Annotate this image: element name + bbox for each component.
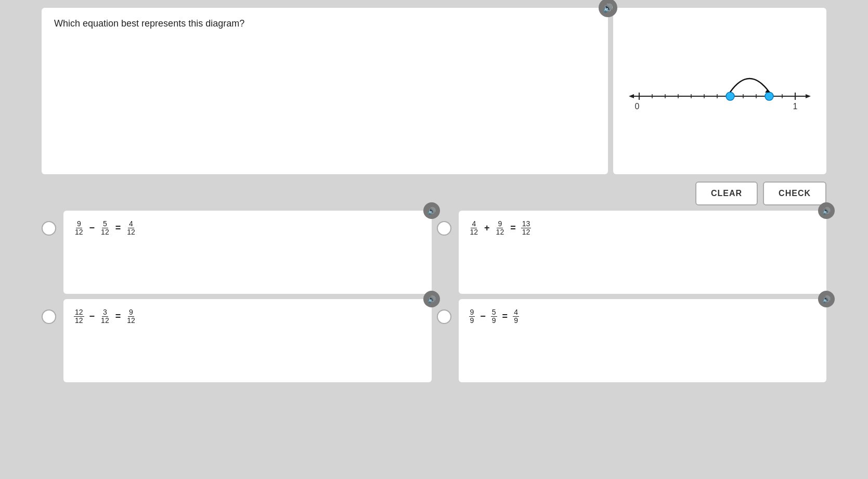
audio-icon-B: 🔊 [822, 207, 831, 215]
choice-item-C: 🔊 12 12 − 3 12 = 9 12 [42, 299, 432, 382]
arc-path [730, 79, 769, 92]
choice-C-audio-button[interactable]: 🔊 [423, 291, 440, 307]
number-line-container: 0 1 [621, 34, 819, 148]
choice-card-A[interactable]: 🔊 9 12 − 5 12 = 4 12 [63, 211, 432, 294]
choice-A-equation: 9 12 − 5 12 = 4 12 [74, 220, 136, 237]
choice-radio-C[interactable] [42, 309, 56, 324]
choice-C-equation: 12 12 − 3 12 = 9 12 [74, 308, 136, 325]
clear-button[interactable]: CLEAR [695, 182, 758, 205]
choices-grid: 🔊 9 12 − 5 12 = 4 12 [42, 211, 826, 382]
check-button[interactable]: CHECK [763, 182, 826, 205]
svg-marker-2 [629, 94, 634, 98]
choice-B-equation: 4 12 + 9 12 = 13 12 [469, 220, 532, 237]
frac-4-12-A: 4 12 [126, 220, 136, 237]
choice-item-B: 🔊 4 12 + 9 12 = 13 12 [437, 211, 827, 294]
audio-icon: 🔊 [603, 3, 613, 13]
choice-card-D[interactable]: 🔊 9 9 − 5 9 = 4 9 [459, 299, 827, 382]
action-row: CLEAR CHECK [42, 182, 826, 205]
audio-icon-A: 🔊 [427, 207, 436, 215]
choice-item-D: 🔊 9 9 − 5 9 = 4 9 [437, 299, 827, 382]
choice-A-audio-button[interactable]: 🔊 [423, 202, 440, 219]
choice-card-B[interactable]: 🔊 4 12 + 9 12 = 13 12 [459, 211, 827, 294]
frac-4-9-D: 4 9 [513, 308, 519, 325]
frac-3-12-C: 3 12 [100, 308, 110, 325]
question-text: Which equation best represents this diag… [54, 18, 595, 29]
frac-5-12-A: 5 12 [100, 220, 110, 237]
choice-D-audio-button[interactable]: 🔊 [818, 291, 835, 307]
svg-marker-1 [806, 94, 811, 98]
frac-13-12-B: 13 12 [521, 220, 532, 237]
frac-9-9-D: 9 9 [469, 308, 475, 325]
one-label: 1 [793, 102, 798, 111]
audio-icon-D: 🔊 [822, 295, 831, 303]
choice-radio-D[interactable] [437, 309, 451, 324]
frac-4-12-B: 4 12 [469, 220, 480, 237]
dot-start [726, 92, 734, 100]
choice-radio-A[interactable] [42, 221, 56, 236]
choice-B-audio-button[interactable]: 🔊 [818, 202, 835, 219]
frac-5-9-D: 5 9 [491, 308, 497, 325]
question-panel: 🔊 Which equation best represents this di… [42, 8, 608, 174]
frac-9-12-C: 9 12 [126, 308, 136, 325]
choice-D-equation: 9 9 − 5 9 = 4 9 [469, 308, 519, 325]
choice-card-C[interactable]: 🔊 12 12 − 3 12 = 9 12 [63, 299, 432, 382]
diagram-panel: 0 1 [613, 8, 826, 174]
frac-9-12-A: 9 12 [74, 220, 84, 237]
frac-12-12-C: 12 12 [74, 308, 84, 325]
zero-label: 0 [635, 102, 640, 111]
number-line-svg: 0 1 [624, 39, 816, 143]
audio-icon-C: 🔊 [427, 295, 436, 303]
choice-radio-B[interactable] [437, 221, 451, 236]
choice-item-A: 🔊 9 12 − 5 12 = 4 12 [42, 211, 432, 294]
dot-end [765, 92, 773, 100]
frac-9-12-B: 9 12 [495, 220, 506, 237]
